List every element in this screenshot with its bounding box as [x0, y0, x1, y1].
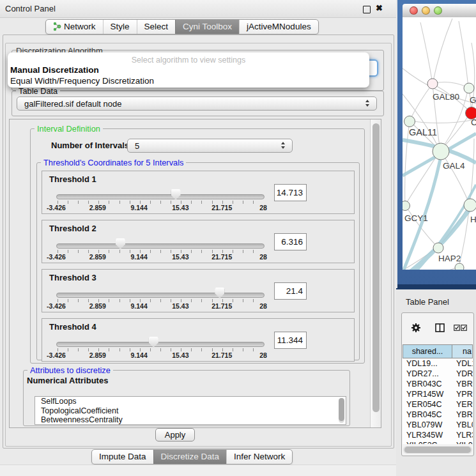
tick-label: 9.144: [130, 351, 147, 359]
cell-shared-name[interactable]: YBR043C: [403, 379, 452, 389]
slider-track[interactable]: [56, 293, 265, 298]
network-window-titlebar[interactable]: [403, 4, 476, 18]
network-view-window: GAL80 GA C GAL11 GAL4 GCY1 H HAP2: [397, 0, 476, 288]
threshold-value-field[interactable]: 6.316: [274, 233, 307, 250]
attribute-item-betweennesscentrality[interactable]: BetweennessCentrality: [35, 415, 346, 425]
cell-shared-name[interactable]: YLR345W: [403, 430, 452, 440]
tab-infer-network[interactable]: Infer Network: [226, 450, 292, 464]
node-h[interactable]: [464, 199, 476, 211]
tab-discretize-data[interactable]: Discretize Data: [153, 450, 227, 464]
threshold-value-field[interactable]: 11.344: [274, 332, 307, 349]
table-row[interactable]: YPR145WYPR1...: [403, 389, 473, 399]
node-hap2[interactable]: [433, 243, 443, 253]
threshold-panel-2: Threshold 2-3.4262.8599.14415.4321.71528…: [42, 220, 355, 263]
tab-label: Infer Network: [234, 451, 285, 462]
apply-button[interactable]: Apply: [155, 428, 195, 441]
cell-name[interactable]: YBR0...: [452, 410, 473, 420]
close-traffic-light[interactable]: [410, 6, 418, 15]
slider-track[interactable]: [56, 243, 265, 249]
cell-shared-name[interactable]: YDL19...: [403, 358, 452, 369]
column-split-icon[interactable]: [435, 323, 445, 332]
node-bottom[interactable]: [455, 263, 464, 270]
node-gal80[interactable]: [427, 79, 438, 89]
zoom-traffic-light[interactable]: [434, 6, 442, 15]
tab-network[interactable]: Network: [46, 20, 103, 34]
algorithm-option-manual[interactable]: Manual Discretization: [10, 65, 99, 75]
cell-shared-name[interactable]: YDR27...: [403, 369, 452, 379]
node-label-partial-top: GA: [470, 95, 476, 105]
checkbox-checked-icon[interactable]: [454, 325, 460, 331]
control-panel-window: Control Panel ✖ NetworkStyleSelectCyni T…: [0, 0, 396, 476]
tick-label: 21.715: [211, 351, 232, 359]
horizontal-scrollbar[interactable]: [403, 446, 472, 454]
tick-label: -3.426: [47, 351, 66, 359]
number-of-intervals-combo[interactable]: 5: [127, 139, 293, 153]
cell-name[interactable]: YDL1...: [452, 358, 473, 369]
attribute-item-topologicalcoefficient[interactable]: TopologicalCoefficient: [35, 406, 346, 416]
close-icon[interactable]: ✖: [376, 3, 383, 13]
slider-tick-labels: -3.4262.8599.14415.4321.71528: [56, 253, 263, 261]
node-top-right[interactable]: [464, 83, 474, 93]
slider-track[interactable]: [56, 342, 265, 347]
threshold-slider[interactable]: -3.4262.8599.14415.4321.71528: [42, 319, 354, 361]
table-rows[interactable]: YDL19...YDL1...YDR27...YDR2...YBR043CYBR…: [403, 358, 473, 444]
node-gal4[interactable]: [433, 143, 449, 160]
cell-name[interactable]: YLR3...: [452, 430, 473, 440]
checkbox-checked-icon[interactable]: [461, 325, 467, 331]
attribute-item-selfloops[interactable]: SelfLoops: [35, 397, 346, 406]
network-canvas[interactable]: GAL80 GA C GAL11 GAL4 GCY1 H HAP2: [403, 17, 476, 270]
cell-shared-name[interactable]: YIL052C: [403, 440, 452, 444]
table-row[interactable]: YBR045CYBR0...: [403, 410, 473, 420]
tab-jactivemnodules[interactable]: jActiveMNodules: [239, 20, 318, 34]
table-row[interactable]: YLR345WYLR3...: [403, 430, 473, 440]
cell-shared-name[interactable]: YER054C: [403, 399, 452, 410]
tab-style[interactable]: Style: [103, 20, 137, 34]
horizontal-scrollbar-thumb[interactable]: [404, 447, 471, 453]
cell-name[interactable]: YDR2...: [452, 369, 473, 379]
cell-name[interactable]: YBR0...: [452, 379, 473, 389]
cell-name[interactable]: YBL0...: [452, 420, 473, 430]
slider-track[interactable]: [56, 194, 265, 199]
table-data-combo[interactable]: galFiltered.sif default node: [17, 96, 377, 111]
threshold-value-field[interactable]: 21.4: [274, 282, 307, 300]
node-label-gal4: GAL4: [443, 161, 465, 171]
cell-shared-name[interactable]: YBR045C: [403, 410, 452, 420]
gear-icon[interactable]: [411, 323, 421, 333]
window-title: Control Panel: [5, 4, 56, 13]
node-gcy1[interactable]: [403, 201, 410, 211]
column-header-shared-name[interactable]: shared...: [403, 344, 452, 358]
threshold-slider[interactable]: -3.4262.8599.14415.4321.71528: [42, 171, 354, 213]
threshold-slider[interactable]: -3.4262.8599.14415.4321.71528: [42, 220, 354, 263]
cell-name[interactable]: YIL0...: [452, 440, 473, 444]
tab-impute-data[interactable]: Impute Data: [92, 450, 153, 464]
float-window-icon[interactable]: [363, 6, 371, 13]
vertical-scrollbar[interactable]: [370, 119, 381, 427]
threshold-value-field[interactable]: 14.713: [274, 184, 307, 201]
table-row[interactable]: YBR043CYBR0...: [403, 379, 473, 389]
cell-shared-name[interactable]: YBL079W: [403, 420, 452, 430]
tab-cyni-toolbox[interactable]: Cyni Toolbox: [175, 20, 239, 34]
vertical-scrollbar-thumb[interactable]: [372, 123, 380, 412]
cell-name[interactable]: YPR1...: [452, 389, 473, 399]
tick-label: 28: [259, 253, 267, 261]
table-panel-section: Table Panel shared... na YDL19...YDL1...…: [396, 288, 476, 476]
node-gal11[interactable]: [404, 116, 415, 127]
tick-label: 15.43: [172, 204, 188, 211]
slider-tick-labels: -3.4262.8599.14415.4321.71528: [56, 351, 263, 359]
bottom-strip: [0, 464, 396, 476]
table-row[interactable]: YIL052CYIL0...: [403, 440, 473, 444]
list-scrollbar[interactable]: [339, 398, 344, 423]
cell-shared-name[interactable]: YPR145W: [403, 389, 452, 399]
cell-name[interactable]: YER0...: [452, 399, 473, 410]
table-row[interactable]: YDR27...YDR2...: [403, 369, 473, 379]
threshold-slider[interactable]: -3.4262.8599.14415.4321.71528: [42, 270, 354, 312]
column-header-name[interactable]: na: [452, 344, 473, 358]
minimize-traffic-light[interactable]: [422, 6, 430, 15]
table-row[interactable]: YDL19...YDL1...: [403, 358, 473, 369]
algorithm-option-equal-width[interactable]: Equal Width/Frequency Discretization: [10, 76, 154, 86]
numerical-attributes-list[interactable]: SelfLoopsTopologicalCoefficientBetweenne…: [35, 396, 346, 425]
tab-select[interactable]: Select: [137, 20, 176, 34]
table-row[interactable]: YER054CYER0...: [403, 399, 473, 410]
list-scrollbar-thumb[interactable]: [339, 398, 344, 421]
table-row[interactable]: YBL079WYBL0...: [403, 420, 473, 430]
